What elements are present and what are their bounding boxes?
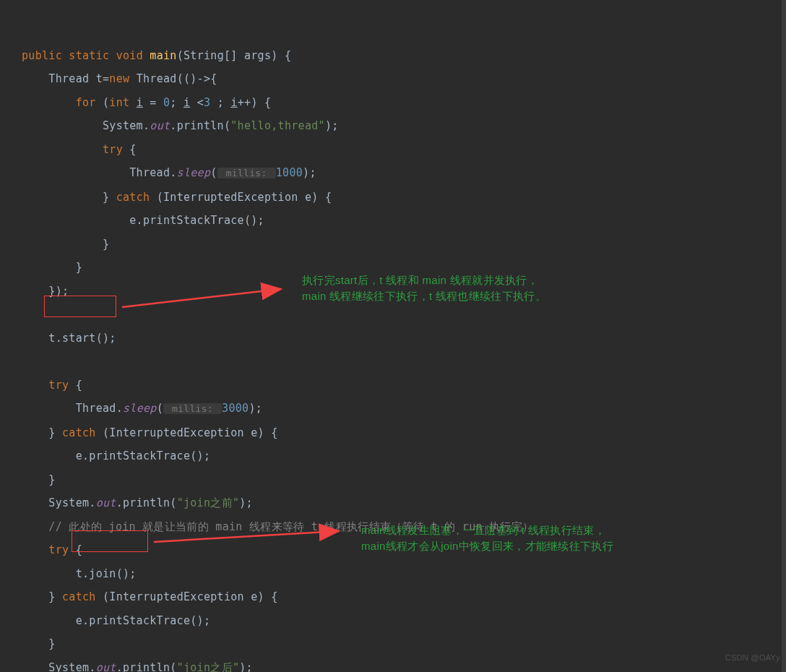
code-line: try {	[22, 143, 137, 156]
annotation-text: main线程发生阻塞，一直阻塞到 t 线程执行结束，	[361, 522, 613, 538]
code-line: } catch (InterruptedException e) {	[22, 191, 332, 204]
code-line: for (int i = 0; i <3 ; i++) {	[22, 96, 271, 109]
code-line: System.out.println("join之后");	[22, 661, 253, 673]
annotation-text: main 线程继续往下执行，t 线程也继续往下执行。	[302, 288, 546, 304]
code-line: } catch (InterruptedException e) {	[22, 590, 278, 603]
code-line: public static void main(String[] args) {	[22, 49, 291, 62]
annotation-start: 执行完start后，t 线程和 main 线程就并发执行， main 线程继续往…	[302, 272, 546, 304]
code-line: e.printStackTrace();	[22, 449, 210, 462]
code-line: e.printStackTrace();	[22, 214, 264, 227]
code-line: e.printStackTrace();	[22, 614, 210, 627]
code-line: }	[22, 261, 82, 274]
code-line: }	[22, 238, 109, 251]
highlight-box-start	[44, 296, 116, 317]
code-line: System.out.println("hello,thread");	[22, 119, 339, 132]
code-line: Thread.sleep( millis: 3000);	[22, 402, 262, 415]
code-line: System.out.println("join之前");	[22, 496, 253, 509]
annotation-text: 执行完start后，t 线程和 main 线程就并发执行，	[302, 272, 546, 288]
code-editor: public static void main(String[] args) {…	[22, 20, 533, 672]
annotation-join: main线程发生阻塞，一直阻塞到 t 线程执行结束， main线程才会从join…	[361, 522, 613, 554]
code-line: Thread t=new Thread(()->{	[22, 72, 217, 85]
code-line: t.join();	[22, 567, 137, 580]
highlight-box-join	[72, 530, 148, 552]
annotation-text: main线程才会从join中恢复回来，才能继续往下执行	[361, 538, 613, 554]
scrollbar-track[interactable]	[782, 0, 786, 672]
watermark: CSDN @OAYy	[725, 646, 780, 670]
code-line: try {	[22, 379, 82, 392]
code-line: }	[22, 473, 56, 486]
code-line: } catch (InterruptedException e) {	[22, 426, 278, 439]
code-line: }	[22, 637, 56, 650]
code-line: Thread.sleep( millis: 1000);	[22, 166, 316, 179]
code-line: t.start();	[22, 332, 116, 345]
